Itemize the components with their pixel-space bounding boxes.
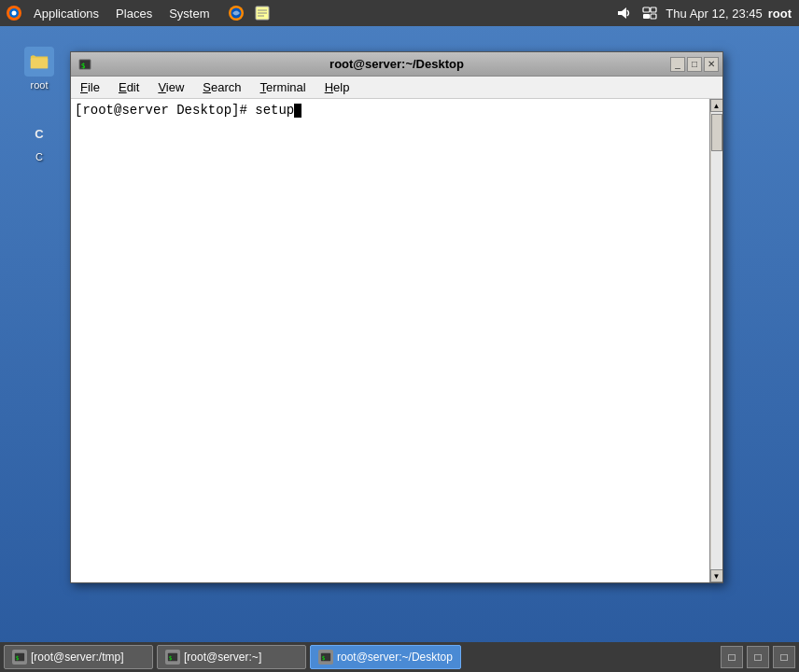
taskbar-label-home: [root@server:~] [184,651,261,664]
taskbar-icon-tmp: $ [12,650,27,665]
menu-help[interactable]: Help [315,77,359,99]
svg-text:$: $ [169,654,173,661]
top-panel: Applications Places System [0,0,799,26]
taskbar-btn-home[interactable]: $ [root@server:~] [157,645,306,669]
terminal-scrollbar: ▲ ▼ [709,99,722,582]
terminal-prompt-line: [root@server Desktop]# setup [75,103,706,118]
terminal-window: $ root@server:~/Desktop _ □ ✕ File Edit … [70,51,723,583]
places-menu[interactable]: Places [108,0,160,26]
panel-clock: Thu Apr 12, 23:45 [666,7,762,21]
taskbar-switch-btn[interactable]: □ [747,646,769,668]
taskbar: $ [root@server:/tmp] $ [root@server:~] $ [0,642,799,672]
desktop-icon-c[interactable]: C C [9,119,69,162]
taskbar-btn-desktop[interactable]: $ root@server:~/Desktop [310,645,461,669]
maximize-button[interactable]: □ [687,57,702,72]
terminal-menubar: File Edit View Search Terminal Help [71,77,722,99]
svg-point-2 [12,11,17,16]
svg-rect-12 [651,7,656,12]
terminal-title: root@server:~/Desktop [329,57,464,71]
prompt-text: [root@server Desktop]# setup [75,103,294,118]
svg-rect-14 [643,14,650,19]
taskbar-btn-tmp[interactable]: $ [root@server:/tmp] [4,645,153,669]
svg-text:$: $ [322,654,326,661]
scrollbar-track[interactable] [711,112,722,569]
taskbar-icon-desktop: $ [318,650,333,665]
svg-rect-15 [31,58,48,68]
c-drive-icon: C [24,119,54,148]
desktop-icon-root[interactable]: root [9,47,69,91]
taskbar-apps-btn[interactable]: □ [773,646,795,668]
terminal-title-icon: $ [77,56,93,73]
desktop-icon-3[interactable] [9,209,69,239]
scrollbar-thumb[interactable] [711,114,722,151]
taskbar-right: □ □ □ [721,646,795,668]
empty-icon [24,209,54,239]
menu-edit[interactable]: Edit [109,77,148,99]
folder-icon [24,47,54,77]
minimize-button[interactable]: _ [670,57,685,72]
terminal-body: [root@server Desktop]# setup ▲ ▼ [71,99,722,582]
svg-rect-11 [643,7,650,12]
taskbar-show-desktop-btn[interactable]: □ [721,646,743,668]
close-button[interactable]: ✕ [704,57,719,72]
svg-text:$: $ [16,654,20,661]
firefox-browser-icon[interactable] [226,3,246,23]
system-menu[interactable]: System [161,0,217,26]
firefox-icon[interactable] [4,3,24,23]
scroll-down-button[interactable]: ▼ [710,569,723,582]
menu-search[interactable]: Search [193,77,250,99]
notepad-icon[interactable] [252,3,273,23]
scroll-up-button[interactable]: ▲ [710,99,723,112]
desktop-icons-area: root C C [9,47,69,239]
menu-terminal[interactable]: Terminal [251,77,315,99]
volume-icon[interactable] [613,3,634,23]
titlebar-buttons: _ □ ✕ [670,57,719,72]
network-icon[interactable] [639,3,660,23]
taskbar-label-tmp: [root@server:/tmp] [31,651,124,664]
panel-left: Applications Places System [0,0,273,26]
icon-label-root: root [31,79,49,91]
taskbar-label-desktop: root@server:~/Desktop [337,651,453,664]
svg-marker-10 [622,7,626,19]
panel-right: Thu Apr 12, 23:45 root [613,3,799,23]
svg-rect-13 [651,14,656,19]
taskbar-icon-home: $ [165,650,180,665]
menu-file[interactable]: File [71,77,109,99]
terminal-cursor [294,104,301,118]
desktop: Applications Places System [0,0,799,672]
icon-label-c: C [35,151,43,162]
menu-view[interactable]: View [148,77,193,99]
terminal-content[interactable]: [root@server Desktop]# setup [71,99,709,582]
svg-rect-9 [618,11,622,15]
svg-text:$: $ [81,61,86,69]
panel-username: root [768,7,792,21]
applications-menu[interactable]: Applications [26,0,106,26]
terminal-titlebar: $ root@server:~/Desktop _ □ ✕ [71,52,722,77]
